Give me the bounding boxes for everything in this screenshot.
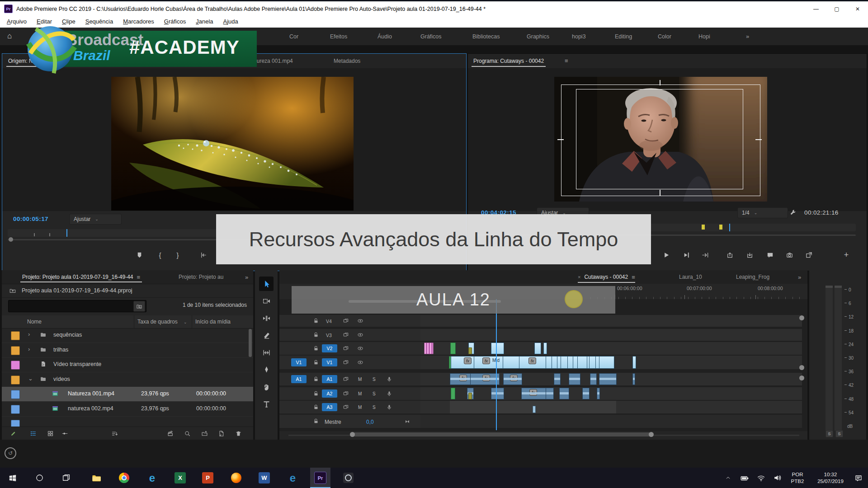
eye-icon[interactable] bbox=[357, 318, 363, 324]
lock-icon[interactable] bbox=[313, 345, 319, 352]
pen-tool[interactable] bbox=[259, 362, 274, 377]
timeline-clip[interactable]: fx bbox=[521, 388, 547, 399]
timeline-clip[interactable] bbox=[468, 347, 472, 354]
list-view-button[interactable] bbox=[28, 429, 38, 438]
project-tab-active[interactable]: Projeto: Projeto aula 01-2019-07-19_16-4… bbox=[22, 270, 140, 284]
source-viewer[interactable] bbox=[2, 68, 466, 211]
source-patch-v1[interactable]: V1 bbox=[291, 358, 307, 366]
eye-icon[interactable] bbox=[357, 345, 363, 352]
expander-icon[interactable]: › bbox=[28, 346, 34, 352]
project-row-natureza-001-mp4[interactable]: Natureza 001.mp423,976 qps00:00:00:00 bbox=[2, 387, 253, 402]
sequence-tab-overflow[interactable]: » bbox=[798, 270, 801, 284]
timeline-clip[interactable] bbox=[577, 356, 588, 369]
source-patch-a1[interactable]: A1 bbox=[291, 375, 307, 383]
play-button[interactable] bbox=[660, 249, 672, 261]
folder-up-icon[interactable] bbox=[9, 287, 16, 294]
solo-button-right[interactable]: S bbox=[835, 430, 843, 437]
file-explorer-taskbar-button[interactable] bbox=[86, 468, 106, 488]
minimize-button[interactable]: — bbox=[806, 1, 826, 16]
timeline-clip[interactable] bbox=[543, 343, 547, 354]
source-zoom-handle[interactable] bbox=[9, 237, 13, 242]
timeline-hscroll-handle-right[interactable] bbox=[649, 432, 654, 437]
master-volume-value[interactable]: 0,0 bbox=[366, 419, 374, 425]
workspace-tab-audio[interactable]: Áudio bbox=[377, 28, 392, 45]
mute-button[interactable]: M bbox=[358, 391, 362, 396]
mute-button[interactable]: M bbox=[358, 405, 362, 410]
transform-tick-top[interactable] bbox=[660, 80, 660, 85]
timeline-clip[interactable] bbox=[632, 373, 635, 385]
source-playhead[interactable] bbox=[66, 229, 67, 237]
label-color-swatch[interactable] bbox=[11, 346, 20, 355]
timeline-clip[interactable] bbox=[503, 356, 520, 369]
close-button[interactable]: ✕ bbox=[847, 1, 868, 16]
track-sync-icon[interactable] bbox=[343, 359, 349, 366]
pencil-button[interactable] bbox=[8, 429, 18, 438]
timeline-clip[interactable] bbox=[533, 406, 536, 413]
label-color-swatch[interactable] bbox=[11, 405, 20, 414]
mark-out-button[interactable]: } bbox=[172, 249, 184, 261]
transform-tick-right[interactable] bbox=[755, 139, 762, 140]
lock-icon[interactable] bbox=[313, 418, 319, 424]
sort-button[interactable] bbox=[109, 429, 119, 438]
menu-ajuda[interactable]: Ajuda bbox=[218, 18, 243, 25]
settings-wrench-button[interactable] bbox=[787, 206, 799, 218]
workspace-tab-color[interactable]: Color bbox=[658, 28, 671, 45]
timeline-vscroll-handle[interactable] bbox=[799, 375, 804, 380]
track-label-v4[interactable]: V4 bbox=[326, 319, 332, 324]
track-lane-v1[interactable]: fxfxMidfx bbox=[420, 356, 802, 369]
find-button[interactable] bbox=[182, 429, 192, 438]
sequence-tab-leaping-frog[interactable]: Leaping_Frog bbox=[736, 270, 769, 284]
extract-button[interactable] bbox=[744, 249, 755, 261]
program-tab[interactable]: Programa: Cutaways - 00042 bbox=[473, 54, 544, 68]
project-row-sequencias[interactable]: ›sequências bbox=[2, 328, 253, 343]
timeline-clip[interactable]: fx bbox=[503, 373, 522, 385]
excel-taskbar-button[interactable]: X bbox=[170, 468, 190, 488]
timeline-clip[interactable] bbox=[599, 356, 614, 369]
track-sync-icon[interactable] bbox=[343, 318, 349, 324]
project-file-name[interactable]: Projeto aula 01-2019-07-19_16-49-44.prpr… bbox=[22, 287, 132, 294]
timeline-clip[interactable] bbox=[451, 388, 455, 399]
timeline-clip[interactable] bbox=[569, 373, 580, 385]
timeline-playhead[interactable] bbox=[496, 299, 497, 430]
track-lane-master[interactable] bbox=[420, 415, 802, 428]
lock-icon[interactable] bbox=[313, 376, 319, 382]
workspace-overflow-button[interactable]: » bbox=[746, 28, 749, 45]
edge-beta-taskbar-button[interactable]: e bbox=[283, 468, 303, 488]
word-taskbar-button[interactable]: W bbox=[254, 468, 274, 488]
project-row-natureza-002-mp4[interactable]: natureza 002.mp423,976 qps00:00:00:00 bbox=[2, 402, 253, 417]
project-row-partial[interactable] bbox=[2, 417, 253, 427]
track-lane-v2[interactable] bbox=[420, 342, 802, 355]
clock-indicator[interactable]: 10:3225/07/2019 bbox=[811, 468, 850, 488]
transform-tick-left[interactable] bbox=[557, 139, 564, 140]
track-sync-icon[interactable] bbox=[343, 345, 349, 352]
microphone-icon[interactable] bbox=[386, 404, 392, 410]
mute-button[interactable]: M bbox=[358, 377, 362, 382]
arrow-export-button[interactable] bbox=[699, 249, 711, 261]
task-view-taskbar-button[interactable] bbox=[56, 468, 76, 488]
timeline-clip[interactable]: fxMid bbox=[474, 356, 504, 369]
workspace-tab-hopi3[interactable]: hopi3 bbox=[572, 28, 586, 45]
volume-icon[interactable] bbox=[770, 468, 784, 488]
type-tool[interactable] bbox=[259, 397, 274, 411]
cortana-taskbar-button[interactable] bbox=[29, 468, 50, 488]
zoom-slider-button[interactable] bbox=[60, 429, 70, 438]
timeline-clip[interactable]: fx bbox=[450, 373, 471, 385]
workspace-tab-cor[interactable]: Cor bbox=[289, 28, 298, 45]
lock-icon[interactable] bbox=[313, 390, 319, 397]
project-scrollbar[interactable] bbox=[249, 329, 252, 357]
solo-button[interactable]: S bbox=[373, 391, 376, 396]
timeline-clip[interactable] bbox=[468, 393, 472, 399]
label-color-swatch[interactable] bbox=[11, 420, 20, 427]
add-button[interactable]: + bbox=[840, 249, 852, 261]
expander-icon[interactable]: › bbox=[28, 331, 34, 338]
panel-menu-icon[interactable]: ≡ bbox=[632, 274, 635, 281]
bin-search-button[interactable] bbox=[133, 301, 145, 312]
start-taskbar-button[interactable] bbox=[2, 468, 23, 488]
timeline-vscroll-handle[interactable] bbox=[799, 315, 804, 320]
source-timecode[interactable]: 00:00:05:17 bbox=[13, 216, 48, 222]
sequence-tab-laura-10[interactable]: Laura_10 bbox=[679, 270, 702, 284]
premiere-taskbar-button[interactable]: Pr bbox=[310, 468, 330, 488]
lock-icon[interactable] bbox=[313, 404, 319, 410]
icon-view-button[interactable] bbox=[45, 429, 55, 438]
timeline-clip[interactable] bbox=[590, 373, 597, 385]
